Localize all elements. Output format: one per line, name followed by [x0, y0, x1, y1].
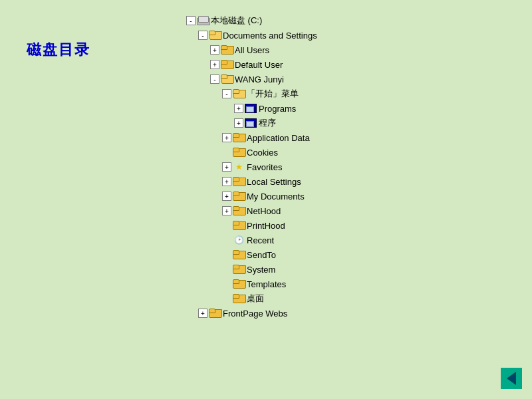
node-label-system: System	[247, 265, 275, 275]
tree-node-templates[interactable]: Templates	[186, 277, 492, 291]
folder-icon	[233, 265, 245, 274]
expander-programs[interactable]: +	[234, 104, 243, 113]
expander-local-settings[interactable]: +	[222, 177, 231, 186]
recent-icon: 🕑	[233, 235, 245, 245]
folder-icon	[233, 148, 245, 157]
node-label-docs-settings: Documents and Settings	[223, 31, 317, 41]
node-label-sendto: SendTo	[247, 250, 276, 260]
tree-node-default-user[interactable]: +Default User	[186, 57, 492, 72]
tree-node-system[interactable]: System	[186, 262, 492, 277]
tree-node-chengxu[interactable]: +程序	[186, 116, 492, 130]
drive-icon	[197, 16, 209, 25]
node-label-start-menu: 「开始」菜单	[247, 88, 299, 100]
tree-node-frontpage[interactable]: +FrontPage Webs	[186, 306, 492, 321]
node-label-local-settings: Local Settings	[247, 177, 301, 187]
folder-icon	[233, 250, 245, 259]
expander-favorites[interactable]: +	[222, 162, 231, 172]
folder-open-icon	[233, 89, 245, 98]
node-label-nethood: NetHood	[247, 206, 281, 216]
expander-default-user[interactable]: +	[210, 60, 219, 69]
tree-node-app-data[interactable]: +Application Data	[186, 130, 492, 145]
folder-icon	[221, 60, 233, 69]
node-label-default-user: Default User	[235, 60, 283, 70]
page-title: 磁盘目录	[27, 40, 90, 60]
program-icon	[245, 104, 257, 113]
tree-node-all-users[interactable]: +All Users	[186, 43, 492, 57]
tree-node-local-settings[interactable]: +Local Settings	[186, 174, 492, 189]
node-label-programs: Programs	[259, 104, 296, 114]
expander-root[interactable]: -	[186, 16, 196, 25]
node-label-printhood: PrintHood	[247, 221, 285, 231]
folder-icon	[233, 279, 245, 289]
folder-open-icon	[221, 74, 233, 84]
tree-node-recent[interactable]: 🕑Recent	[186, 233, 492, 247]
node-label-my-documents: My Documents	[247, 192, 305, 201]
tree-node-favorites[interactable]: +★Favorites	[186, 160, 492, 174]
expander-chengxu[interactable]: +	[234, 118, 243, 128]
tree-node-sendto[interactable]: SendTo	[186, 247, 492, 262]
node-label-cookies: Cookies	[247, 148, 278, 158]
expander-app-data[interactable]: +	[222, 133, 231, 142]
root-label: 本地磁盘 (C:)	[211, 15, 262, 27]
tree-node-nethood[interactable]: +NetHood	[186, 203, 492, 218]
folder-icon	[233, 177, 245, 186]
tree-node-programs[interactable]: +Programs	[186, 101, 492, 116]
node-label-favorites: Favorites	[247, 162, 282, 172]
expander-frontpage[interactable]: +	[198, 309, 207, 318]
expander-nethood[interactable]: +	[222, 206, 231, 215]
expander-wang-junyi[interactable]: -	[210, 74, 219, 84]
tree-node-printhood[interactable]: PrintHood	[186, 218, 492, 233]
expander-my-documents[interactable]: +	[222, 192, 231, 201]
node-label-recent: Recent	[247, 235, 274, 245]
tree-node-root[interactable]: - 本地磁盘 (C:)	[186, 13, 492, 28]
expander-docs-settings[interactable]: -	[198, 31, 207, 40]
file-tree: - 本地磁盘 (C:) -Documents and Settings+All …	[186, 13, 492, 321]
nav-back-arrow[interactable]	[501, 368, 522, 389]
tree-node-docs-settings[interactable]: -Documents and Settings	[186, 28, 492, 43]
node-label-frontpage: FrontPage Webs	[223, 309, 287, 319]
tree-node-my-documents[interactable]: +My Documents	[186, 189, 492, 203]
program-icon	[245, 118, 257, 128]
tree-node-desktop[interactable]: 桌面	[186, 291, 492, 306]
node-label-desktop: 桌面	[247, 293, 264, 305]
tree-node-cookies[interactable]: Cookies	[186, 145, 492, 160]
folder-icon	[233, 192, 245, 201]
folder-icon	[233, 133, 245, 142]
node-label-wang-junyi: WANG Junyi	[235, 74, 284, 84]
tree-node-start-menu[interactable]: -「开始」菜单	[186, 86, 492, 101]
expander-all-users[interactable]: +	[210, 45, 219, 55]
folder-open-icon	[209, 31, 221, 40]
expander-start-menu[interactable]: -	[222, 89, 231, 98]
node-label-all-users: All Users	[235, 45, 269, 55]
folder-icon	[233, 294, 245, 303]
node-label-chengxu: 程序	[259, 117, 276, 129]
node-label-app-data: Application Data	[247, 133, 310, 143]
folder-icon	[233, 221, 245, 230]
node-label-templates: Templates	[247, 279, 286, 289]
tree-nodes-container: -Documents and Settings+All Users+Defaul…	[186, 28, 492, 321]
tree-node-wang-junyi[interactable]: -WANG Junyi	[186, 72, 492, 86]
folder-icon	[233, 206, 245, 215]
folder-icon	[209, 309, 221, 318]
folder-icon	[221, 45, 233, 55]
favorites-icon: ★	[233, 162, 245, 172]
